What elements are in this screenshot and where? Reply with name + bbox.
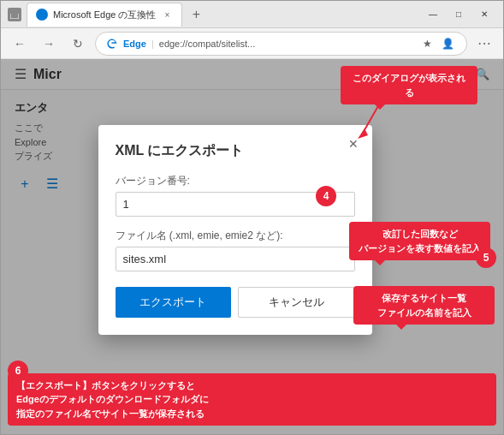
callout-filename-text: 保存するサイト一覧ファイルの名前を記入 bbox=[377, 293, 471, 318]
tab-title: Microsoft Edge の互換性 bbox=[53, 9, 156, 21]
window-controls: — □ ✕ bbox=[421, 6, 496, 23]
tab-favicon bbox=[36, 9, 48, 21]
step-6-circle: 6 bbox=[8, 361, 28, 381]
callout-filename: 保存するサイト一覧ファイルの名前を記入 bbox=[353, 286, 495, 325]
arrow-top-icon bbox=[358, 104, 383, 139]
filename-label: ファイル名 (.xml, emie, emie2 など): bbox=[116, 229, 355, 243]
step-4-circle: 4 bbox=[316, 186, 336, 206]
back-btn[interactable]: ← bbox=[8, 32, 32, 56]
reload-btn[interactable]: ↻ bbox=[66, 32, 90, 56]
callout-bottom: 【エクスポート】ボタンをクリックするとEdgeのデフォルトのダウンロードフォルダ… bbox=[8, 373, 496, 426]
version-label: バージョン番号: bbox=[116, 174, 355, 188]
cancel-btn[interactable]: キャンセル bbox=[238, 287, 355, 318]
minimize-btn[interactable]: — bbox=[421, 6, 445, 23]
edge-address-label: Edge bbox=[123, 39, 146, 49]
svg-marker-3 bbox=[358, 128, 368, 139]
address-icons: ★ 👤 bbox=[418, 35, 456, 52]
edge-logo-icon bbox=[106, 38, 118, 50]
address-bar: ← → ↻ Edge | edge://compat/sitelist... ★… bbox=[1, 28, 503, 59]
title-bar: Microsoft Edge の互換性 × + — □ ✕ bbox=[1, 1, 503, 28]
svg-rect-1 bbox=[10, 10, 19, 14]
browser-window: Microsoft Edge の互換性 × + — □ ✕ ← → ↻ Edge… bbox=[0, 0, 504, 435]
tab-bar: Microsoft Edge の互換性 × + bbox=[27, 3, 416, 27]
address-field[interactable]: Edge | edge://compat/sitelist... ★ 👤 bbox=[95, 32, 467, 56]
window-icon bbox=[8, 8, 21, 21]
active-tab[interactable]: Microsoft Edge の互換性 × bbox=[27, 3, 182, 27]
more-options-btn[interactable]: ⋯ bbox=[472, 32, 496, 56]
new-tab-btn[interactable]: + bbox=[186, 4, 206, 25]
dialog-title: XML にエクスポート bbox=[116, 142, 355, 160]
callout-version-text: 改訂した回数などバージョンを表す数値を記入 bbox=[359, 229, 481, 253]
step-5-circle: 5 bbox=[476, 247, 496, 268]
tab-close-btn[interactable]: × bbox=[161, 9, 173, 21]
filename-input[interactable] bbox=[116, 247, 355, 271]
dialog-buttons: エクスポート キャンセル bbox=[116, 287, 355, 318]
forward-btn[interactable]: → bbox=[37, 32, 61, 56]
favorites-icon[interactable]: ★ bbox=[418, 35, 436, 52]
export-btn[interactable]: エクスポート bbox=[116, 287, 231, 318]
export-dialog: XML にエクスポート ✕ バージョン番号: ファイル名 (.xml, emie… bbox=[98, 125, 372, 335]
callout-top: このダイアログが表示される bbox=[341, 66, 477, 104]
url-text: edge://compat/sitelist... bbox=[159, 39, 413, 49]
profile-icon[interactable]: 👤 bbox=[439, 35, 456, 52]
maximize-btn[interactable]: □ bbox=[447, 6, 471, 23]
callout-bottom-text: 【エクスポート】ボタンをクリックするとEdgeのデフォルトのダウンロードフォルダ… bbox=[16, 380, 209, 419]
page-content: ☰ Micr 🔍 エンタ ここで Explore プライズ + ☰ XML にエ… bbox=[1, 59, 503, 434]
close-btn[interactable]: ✕ bbox=[472, 6, 496, 23]
callout-version: 改訂した回数などバージョンを表す数値を記入 bbox=[349, 222, 490, 260]
